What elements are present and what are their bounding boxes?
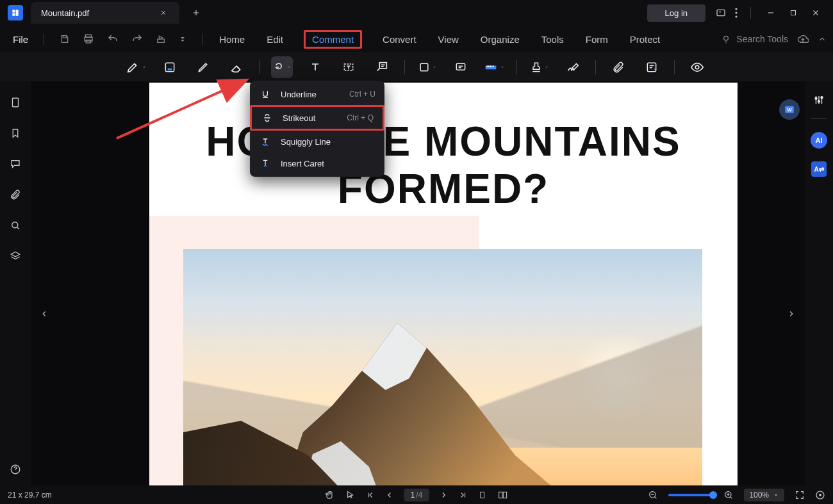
statusbar: 21 x 29.7 cm 1 /4 100% [0,485,833,504]
print-icon[interactable] [83,33,94,45]
ai-badge-icon[interactable]: AI [811,132,827,149]
login-button[interactable]: Log in [647,4,705,22]
dropdown-label: Strikeout [283,113,315,123]
tab-title: Mountain.pdf [41,8,89,18]
redo-icon[interactable] [131,33,143,45]
more-menu-icon[interactable] [735,8,738,18]
properties-icon[interactable] [813,94,825,106]
svg-point-18 [695,65,699,69]
last-page-icon[interactable] [458,491,467,500]
measure-tool[interactable] [483,56,505,78]
prev-page-arrow-icon[interactable] [40,309,49,318]
minimize-icon[interactable] [766,8,775,17]
text-tool[interactable] [304,56,326,78]
share-icon[interactable] [156,34,166,44]
zoom-out-icon[interactable] [648,490,658,500]
tab-protect[interactable]: Protect [629,31,662,47]
zoom-in-icon[interactable] [723,490,734,500]
save-icon[interactable] [60,34,70,44]
tab-comment[interactable]: Comment [304,30,362,49]
signature-tool[interactable] [562,56,584,78]
undo-icon[interactable] [107,33,119,45]
shapes-tool[interactable] [416,56,438,78]
tab-tools[interactable]: Tools [540,31,565,47]
attachments-panel-icon[interactable] [10,189,21,200]
dropdown-label: Underline [281,90,317,99]
total-pages: /4 [416,491,422,500]
note-tool[interactable] [450,56,472,78]
eraser-tool[interactable] [226,56,247,78]
area-highlight-tool[interactable] [159,56,181,78]
search-tools-input[interactable]: Search Tools [721,34,788,44]
page-navigation: 1 /4 [325,489,509,501]
document-workspace[interactable]: HOW ARE MOUNTAINS FORMED? W [31,81,805,485]
separator [750,7,751,19]
tab-organize[interactable]: Organize [479,31,521,47]
two-page-view-icon[interactable] [497,490,508,500]
read-mode-icon[interactable] [815,490,825,500]
dropdown-item-caret[interactable]: Insert Caret [250,152,384,174]
next-page-icon[interactable] [439,491,448,500]
document-tab[interactable]: Mountain.pdf [31,2,179,24]
layers-icon[interactable] [10,250,21,262]
svg-point-1 [735,8,737,10]
comments-panel-icon[interactable] [10,158,21,170]
svg-rect-17 [647,63,656,71]
fullscreen-icon[interactable] [795,490,805,500]
prev-page-icon[interactable] [385,491,394,500]
dropdown-shortcut: Ctrl + Q [347,113,374,122]
tab-close-icon[interactable] [158,7,169,19]
svg-point-20 [12,222,18,228]
single-page-view-icon[interactable] [477,490,486,500]
first-page-icon[interactable] [366,491,375,500]
page-dimensions: 21 x 29.7 cm [8,491,52,500]
comment-panel-icon[interactable] [716,8,726,18]
dropdown-label: Insert Caret [281,159,324,168]
close-window-icon[interactable] [811,8,820,17]
cloud-upload-icon[interactable] [797,33,809,45]
page-number-input[interactable]: 1 /4 [404,489,429,501]
text-markup-tool[interactable] [271,56,293,78]
dropdown-item-underline[interactable]: Underline Ctrl + U [250,83,384,105]
svg-rect-30 [503,492,506,498]
maximize-icon[interactable] [789,9,797,17]
translate-badge-icon[interactable]: A⇄ [811,161,827,177]
zoom-slider[interactable] [668,494,713,496]
help-icon[interactable] [10,464,21,475]
search-panel-icon[interactable] [10,220,21,231]
svg-rect-8 [158,39,165,42]
dropdown-item-strikeout[interactable]: Strikeout Ctrl + Q [250,105,384,131]
dropdown-shortcut: Ctrl + U [349,90,375,99]
text-box-tool[interactable] [338,56,359,78]
svg-rect-19 [13,98,19,107]
left-sidebar [0,81,31,485]
file-menu[interactable]: File [6,34,35,45]
quickaccess-dropdown-icon[interactable] [179,35,186,43]
tab-edit[interactable]: Edit [265,31,285,47]
svg-rect-4 [791,11,796,15]
pencil-tool[interactable] [192,56,214,78]
callout-tool[interactable] [371,56,393,78]
tab-view[interactable]: View [437,31,460,47]
bookmarks-icon[interactable] [10,127,21,139]
hand-tool-icon[interactable] [325,490,335,500]
zoom-dropdown[interactable]: 100% [744,489,784,501]
next-page-arrow-icon[interactable] [787,309,796,318]
attachment-tool[interactable] [607,56,629,78]
manage-comments-tool[interactable] [641,56,663,78]
floating-word-badge-icon[interactable]: W [779,99,800,120]
highlighter-tool[interactable] [126,56,147,78]
zoom-value: 100% [749,491,769,500]
mountain-image [183,249,702,485]
new-tab-button[interactable] [188,5,204,20]
thumbnails-icon[interactable] [10,97,21,108]
tab-convert[interactable]: Convert [381,31,418,47]
dropdown-item-squiggly[interactable]: Squiggly Line [250,131,384,152]
collapse-ribbon-icon[interactable] [818,35,827,44]
hide-comments-tool[interactable] [686,56,708,78]
tab-home[interactable]: Home [218,31,246,47]
pdf-page: HOW ARE MOUNTAINS FORMED? [149,83,738,485]
tab-form[interactable]: Form [584,31,609,47]
stamp-tool[interactable] [529,56,550,78]
select-tool-icon[interactable] [345,490,356,500]
